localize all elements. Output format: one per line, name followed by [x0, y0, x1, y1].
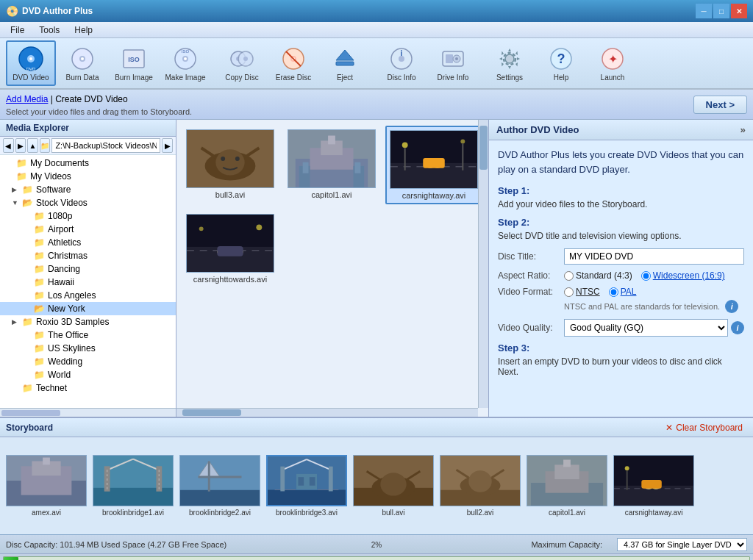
me-up-button[interactable]: ▲: [27, 138, 38, 153]
tree-athletics[interactable]: 📁 Athletics: [0, 236, 176, 249]
format-ntsc-radio[interactable]: [564, 287, 574, 297]
fp-hscroll-thumb[interactable]: [182, 409, 241, 416]
fp-vscroll[interactable]: [478, 120, 488, 408]
tool-drive-info[interactable]: Drive Info: [428, 40, 478, 86]
tree-item-label: New York: [48, 304, 85, 314]
tool-burn-image[interactable]: ISO Burn Image: [109, 40, 159, 86]
toolbar: DVD DVD Video Burn Data ISO Burn Image I…: [0, 38, 753, 90]
me-back-button[interactable]: ◀: [3, 138, 14, 153]
video-thumb-carsnightaway[interactable]: carsnightaway.avi: [385, 126, 482, 204]
clear-storyboard-button[interactable]: ✕ Clear Storyboard: [661, 421, 747, 434]
ntsc-pal-note-text: NTSC and PAL are standards for televisio…: [564, 302, 720, 311]
tree-the-office[interactable]: 📁 The Office: [0, 329, 176, 342]
minimize-button[interactable]: ─: [696, 4, 712, 18]
video-thumb-carsnighttowards[interactable]: carsnighttowards.avi: [182, 210, 278, 287]
ap-collapse-button[interactable]: »: [740, 124, 746, 135]
format-pal-label: PAL: [621, 287, 637, 297]
sb-item-brooklinbridge3[interactable]: brooklinbridge3.avi: [266, 455, 347, 517]
menu-help[interactable]: Help: [67, 24, 100, 37]
tool-copy-disc[interactable]: Copy Disc: [217, 40, 267, 86]
menu-file[interactable]: File: [3, 24, 32, 37]
sb-thumb-brooklinbridge1: [93, 455, 174, 506]
tree-item-label: Wedding: [48, 356, 82, 367]
sb-item-carsnightaway[interactable]: carsnightaway.avi: [613, 455, 694, 517]
sb-item-amex[interactable]: amex.avi: [6, 455, 87, 517]
ntsc-pal-info-icon[interactable]: i: [725, 300, 738, 313]
fp-vscroll-thumb[interactable]: [479, 126, 488, 170]
video-thumb-bull3[interactable]: bull3.avi: [182, 126, 278, 204]
folder-icon: 📁: [34, 330, 45, 340]
max-capacity-select[interactable]: 4.37 GB for Single Layer DVD 8.5 GB for …: [617, 538, 747, 551]
tool-launch[interactable]: ✦ Launch: [588, 40, 638, 86]
tree-my-documents[interactable]: 📁 My Documents: [0, 157, 176, 170]
folder-icon: 📁: [22, 383, 33, 393]
aspect-standard-radio[interactable]: [564, 271, 574, 281]
format-pal[interactable]: PAL: [609, 287, 637, 297]
aspect-standard[interactable]: Standard (4:3): [564, 270, 632, 281]
tree-airport[interactable]: 📁 Airport: [0, 223, 176, 236]
sb-item-brooklinbridge1[interactable]: brooklinbridge1.avi: [93, 455, 174, 517]
me-scrollbar-thumb[interactable]: [1, 410, 60, 416]
svg-point-30: [505, 54, 514, 63]
tree-us-skylines[interactable]: 📁 US Skylines: [0, 342, 176, 355]
tool-settings[interactable]: Settings: [485, 40, 535, 86]
file-preview: bull3.avi cap: [176, 120, 488, 417]
make-image-icon: ISO: [172, 46, 199, 72]
video-format-row: Video Format: NTSC PAL: [498, 287, 744, 297]
next-button[interactable]: Next >: [693, 96, 747, 114]
thumb-capitol1: [288, 129, 376, 188]
video-quality-select[interactable]: Good Quality (GQ) High Quality (HQ) Stan…: [564, 319, 728, 337]
tree-new-york[interactable]: 📂 New York: [0, 302, 176, 315]
aspect-widescreen[interactable]: Widescreen (16:9): [641, 270, 725, 281]
tree-los-angeles[interactable]: 📁 Los Angeles: [0, 289, 176, 302]
tree-hawaii[interactable]: 📁 Hawaii: [0, 276, 176, 289]
tool-help[interactable]: ? Help: [536, 40, 586, 86]
tree-technet[interactable]: 📁 Technet: [0, 381, 176, 395]
tree-dancing[interactable]: 📁 Dancing: [0, 262, 176, 276]
tree-1080p[interactable]: 📁 1080p: [0, 209, 176, 223]
sb-item-brooklinbridge2[interactable]: brooklinbridge2.avi: [179, 455, 260, 517]
fp-hscroll[interactable]: [176, 408, 478, 417]
me-folder-button[interactable]: 📁: [40, 138, 51, 153]
format-ntsc[interactable]: NTSC: [564, 287, 600, 297]
tree-my-videos[interactable]: 📁 My Videos: [0, 170, 176, 183]
tree-world[interactable]: 📁 World: [0, 368, 176, 381]
close-button[interactable]: ✕: [731, 4, 747, 18]
svg-point-42: [235, 157, 240, 161]
me-scrollbar[interactable]: [0, 408, 176, 417]
tree-software[interactable]: ▶ 📁 Software: [0, 183, 176, 196]
folder-icon: 📁: [16, 158, 27, 168]
tool-disc-info[interactable]: i Disc Info: [376, 40, 427, 86]
video-thumb-capitol1[interactable]: capitol1.avi: [284, 126, 379, 204]
settings-icon: [496, 46, 523, 72]
add-media-link[interactable]: Add Media: [6, 94, 48, 104]
tree-stock-videos[interactable]: ▼ 📂 Stock Videos: [0, 196, 176, 209]
tree-item-label: Christmas: [48, 251, 88, 261]
aspect-widescreen-radio[interactable]: [641, 271, 651, 281]
tool-dvd-video[interactable]: DVD DVD Video: [6, 40, 56, 86]
tool-eject[interactable]: Eject: [320, 40, 370, 86]
tree-christmas[interactable]: 📁 Christmas: [0, 249, 176, 262]
menu-tools[interactable]: Tools: [32, 24, 67, 37]
breadcrumb-left: Add Media | Create DVD Video Select your…: [6, 93, 192, 116]
app-icon: 📀: [6, 5, 18, 17]
me-path-input[interactable]: [51, 138, 160, 153]
tool-make-image[interactable]: ISO Make Image: [160, 40, 210, 86]
svg-rect-114: [563, 460, 571, 467]
tree-roxio[interactable]: ▶ 📁 Roxio 3D Samples: [0, 315, 176, 329]
me-go-button[interactable]: ▶: [162, 138, 173, 153]
dvd-video-icon: DVD: [18, 46, 44, 72]
sb-item-bull2[interactable]: bull2.avi: [440, 455, 521, 517]
tool-burn-data[interactable]: Burn Data: [57, 40, 107, 86]
maximize-button[interactable]: □: [713, 4, 729, 18]
me-forward-button[interactable]: ▶: [15, 138, 26, 153]
tool-erase-disc[interactable]: Erase Disc: [268, 40, 318, 86]
video-quality-info-icon[interactable]: i: [731, 321, 744, 334]
svg-point-107: [468, 470, 491, 492]
format-pal-radio[interactable]: [609, 287, 618, 297]
sb-item-bull[interactable]: bull.avi: [353, 455, 434, 517]
tree-wedding[interactable]: 📁 Wedding: [0, 355, 176, 368]
tree-item-label: 1080p: [48, 211, 72, 221]
sb-item-capitol1[interactable]: capitol1.avi: [527, 455, 607, 517]
disc-title-input[interactable]: [564, 248, 744, 265]
